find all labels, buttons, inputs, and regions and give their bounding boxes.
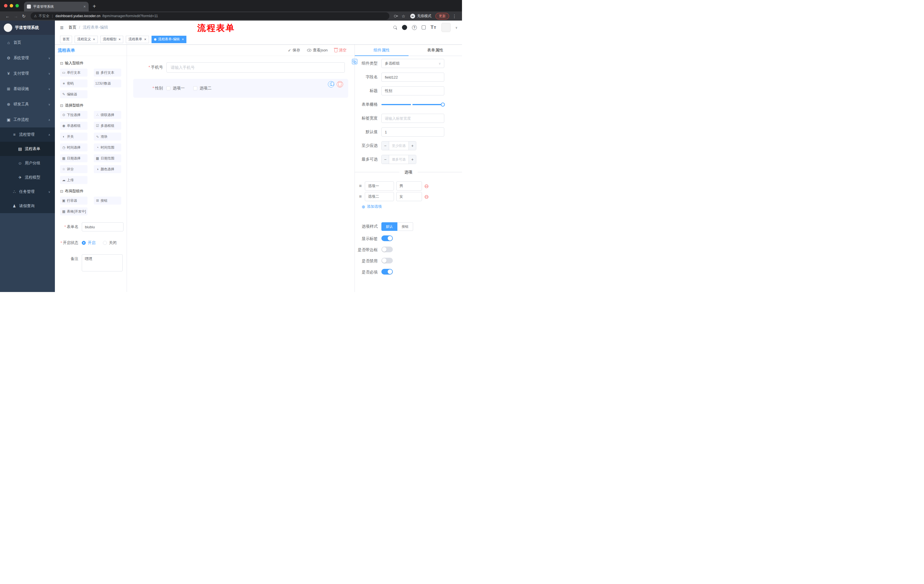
palette-item-rate[interactable]: ☆评分 — [60, 165, 87, 173]
remove-option-icon[interactable]: ⊖ — [424, 194, 429, 199]
tag-process-model[interactable]: 流程模型× — [101, 36, 124, 43]
browser-menu-icon[interactable]: ⋮ — [450, 14, 459, 18]
slider-handle[interactable] — [441, 102, 445, 107]
update-chrome-button[interactable]: 更新 — [436, 13, 449, 20]
password-key-icon[interactable] — [394, 14, 398, 18]
decrease-button[interactable]: − — [382, 141, 389, 150]
fullscreen-icon[interactable] — [422, 25, 426, 30]
help-icon[interactable]: ? — [412, 25, 417, 30]
tag-process-definition[interactable]: 流程定义× — [74, 36, 98, 43]
palette-item-table[interactable]: ▦表格[开发中] — [60, 207, 87, 216]
remark-textarea[interactable]: 嘿嘿 — [82, 254, 123, 271]
github-icon[interactable] — [402, 25, 407, 30]
sidebar-item-system[interactable]: ⚙系统管理∨ — [0, 50, 55, 66]
search-icon[interactable] — [393, 26, 397, 30]
checkbox-option-1[interactable]: 选项一 — [167, 86, 185, 91]
palette-item-time-picker[interactable]: ◷时间选择 — [60, 143, 87, 151]
avatar-dropdown-icon[interactable]: ∨ — [455, 26, 457, 29]
palette-item-color-picker[interactable]: ◑颜色选择 — [94, 165, 121, 173]
font-size-icon[interactable]: Tᴛ — [431, 25, 437, 30]
address-bar[interactable]: ⚠ 不安全 | dashboard.yudao.iocoder.cn/bpm/m… — [31, 12, 389, 20]
palette-item-upload[interactable]: ☁上传 — [60, 176, 87, 184]
palette-item-select[interactable]: ⊙下拉选择 — [60, 111, 87, 119]
palette-item-date-range[interactable]: ▩日期范围 — [94, 154, 121, 162]
switch-show-label[interactable] — [381, 235, 393, 241]
palette-item-date-picker[interactable]: ▦日期选择 — [60, 154, 87, 162]
palette-item-time-range[interactable]: ◔时间范围 — [94, 143, 121, 151]
palette-item-switch[interactable]: ◐开关 — [60, 133, 87, 141]
tag-process-form-edit[interactable]: 流程表单-编辑× — [152, 36, 187, 43]
logo[interactable]: 芋道管理系统 — [0, 21, 55, 35]
sidebar-item-devtools[interactable]: ⊛研发工具∨ — [0, 97, 55, 112]
style-option-default[interactable]: 默认 — [381, 222, 398, 231]
sidebar-item-user-group[interactable]: ☺用户分组 — [0, 156, 55, 170]
minimize-window-button[interactable] — [10, 4, 13, 7]
increase-button[interactable]: + — [409, 155, 416, 164]
option-value-input[interactable] — [396, 181, 422, 191]
drag-handle-icon[interactable]: ≡ — [358, 194, 363, 199]
palette-item-cascader[interactable]: ∴级联选择 — [94, 111, 121, 119]
collapse-sidebar-icon[interactable]: ≡ — [60, 25, 63, 31]
tag-close-icon[interactable]: × — [144, 38, 146, 41]
tag-close-icon[interactable]: × — [119, 38, 121, 41]
default-value-input[interactable] — [381, 127, 444, 137]
zoom-window-button[interactable] — [15, 4, 19, 7]
title-input[interactable] — [381, 86, 444, 95]
remove-option-icon[interactable]: ⊖ — [424, 183, 429, 189]
tag-close-icon[interactable]: × — [93, 38, 95, 41]
sidebar-item-process-management[interactable]: ≡流程管理∧ — [0, 127, 55, 142]
sidebar-item-process-model[interactable]: ✈流程模型 — [0, 170, 55, 184]
tab-close-icon[interactable]: × — [84, 4, 86, 9]
switch-border[interactable] — [381, 247, 393, 252]
breadcrumb-home[interactable]: 首页 — [68, 25, 76, 30]
palette-item-slider[interactable]: ∿滑块 — [94, 133, 121, 141]
palette-item-counter[interactable]: 123计数器 — [94, 79, 121, 87]
field-name-input[interactable] — [381, 72, 444, 82]
copy-field-button[interactable] — [328, 81, 334, 87]
form-name-input[interactable] — [82, 222, 124, 232]
min-select-input[interactable] — [389, 141, 409, 150]
increase-button[interactable]: + — [409, 141, 416, 150]
sidebar-item-payment[interactable]: ¥支付管理∨ — [0, 66, 55, 81]
binding-chip[interactable] — [352, 59, 357, 64]
palette-item-editor[interactable]: ✎编辑器 — [60, 90, 87, 98]
tag-home[interactable]: 首页 — [60, 36, 72, 43]
switch-disabled[interactable] — [381, 258, 393, 263]
option-label-input[interactable] — [365, 181, 394, 191]
new-tab-button[interactable]: + — [92, 3, 96, 9]
form-field-phone[interactable]: *手机号 — [133, 59, 348, 76]
radio-closed[interactable]: 关闭 — [103, 240, 117, 245]
switch-required[interactable] — [381, 269, 393, 275]
phone-input[interactable] — [167, 62, 345, 72]
sidebar-item-workflow[interactable]: ▣工作流程∧ — [0, 112, 55, 127]
radio-open[interactable]: 开启 — [82, 240, 96, 245]
sidebar-item-process-form[interactable]: ▤流程表单 — [0, 142, 55, 156]
label-width-input[interactable] — [381, 114, 444, 123]
save-button[interactable]: ✓ 保存 — [288, 48, 300, 53]
palette-item-button[interactable]: ⊞按钮 — [94, 197, 121, 204]
clear-button[interactable]: 清空 — [335, 48, 346, 53]
tab-component-properties[interactable]: 组件属性 — [355, 44, 409, 56]
sidebar-item-home[interactable]: ⌂首页 — [0, 35, 55, 50]
sidebar-item-infra[interactable]: ⊞基础设施∨ — [0, 81, 55, 97]
delete-field-button[interactable] — [337, 81, 343, 87]
reload-button[interactable]: ↻ — [20, 14, 28, 18]
form-field-gender[interactable]: *性别 选项一选项二 — [133, 79, 348, 98]
browser-tab[interactable]: 芋道管理系统 × — [24, 2, 89, 12]
palette-item-checkbox-group[interactable]: ☑多选框组 — [94, 122, 121, 130]
user-avatar[interactable] — [441, 23, 450, 32]
tag-process-form[interactable]: 流程表单× — [126, 36, 149, 43]
max-select-input[interactable] — [389, 155, 409, 164]
tag-close-icon[interactable]: × — [182, 38, 184, 41]
style-option-button[interactable]: 按钮 — [398, 222, 413, 231]
palette-item-multi-line-text[interactable]: ▤多行文本 — [94, 69, 121, 77]
checkbox-option-2[interactable]: 选项二 — [193, 86, 211, 91]
palette-item-radio-group[interactable]: ◉单选框组 — [60, 122, 87, 130]
back-button[interactable]: ← — [3, 14, 12, 18]
close-window-button[interactable] — [4, 4, 7, 7]
sidebar-item-leave-query[interactable]: ♟请假查询 — [0, 199, 55, 213]
decrease-button[interactable]: − — [382, 155, 389, 164]
grid-slider[interactable] — [381, 100, 444, 109]
option-label-input[interactable] — [365, 192, 394, 201]
palette-item-row-container[interactable]: ▣行容器 — [60, 197, 87, 204]
